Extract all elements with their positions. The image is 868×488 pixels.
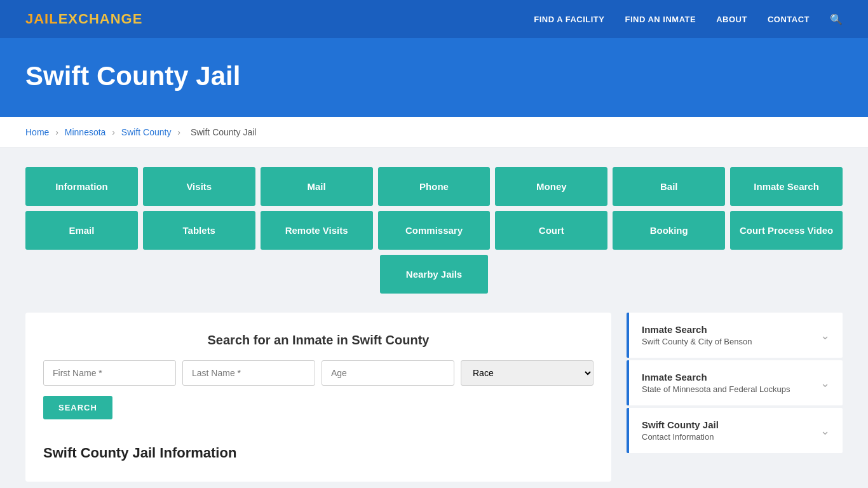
sidebar: Inmate Search Swift County & City of Ben… xyxy=(627,313,843,456)
logo-jail: JAIL xyxy=(25,11,58,27)
btn-visits[interactable]: Visits xyxy=(143,167,255,206)
hero-section: Swift County Jail xyxy=(0,38,868,117)
age-input[interactable] xyxy=(322,360,454,386)
nav-find-inmate[interactable]: FIND AN INMATE xyxy=(625,15,696,24)
nav-about[interactable]: ABOUT xyxy=(716,15,747,24)
button-grid-row3: Nearby Jails xyxy=(25,255,843,294)
two-col-layout: Search for an Inmate in Swift County Rac… xyxy=(25,313,843,482)
sidebar-sub-1: Swift County & City of Benson xyxy=(642,337,752,346)
chevron-down-icon-1: ⌄ xyxy=(820,329,830,342)
sidebar-item-inmate-search-state[interactable]: Inmate Search State of Minnesota and Fed… xyxy=(627,360,843,405)
search-fields: Race White Black Hispanic Asian Other xyxy=(43,360,593,386)
main-content: Information Visits Mail Phone Money Bail… xyxy=(0,148,868,488)
sidebar-item-inmate-search-swift[interactable]: Inmate Search Swift County & City of Ben… xyxy=(627,313,843,358)
btn-booking[interactable]: Booking xyxy=(613,211,725,250)
search-panel: Search for an Inmate in Swift County Rac… xyxy=(25,313,611,482)
sidebar-title-1: Inmate Search xyxy=(642,324,752,335)
breadcrumb-current: Swift County Jail xyxy=(191,127,256,137)
sidebar-item-text-2: Inmate Search State of Minnesota and Fed… xyxy=(642,372,790,394)
btn-court-process-video[interactable]: Court Process Video xyxy=(730,211,843,250)
sidebar-sub-2: State of Minnesota and Federal Lockups xyxy=(642,384,790,394)
breadcrumb-sep-3: › xyxy=(177,127,180,137)
btn-money[interactable]: Money xyxy=(495,167,607,206)
button-grid-row1: Information Visits Mail Phone Money Bail… xyxy=(25,167,843,206)
btn-remote-visits[interactable]: Remote Visits xyxy=(261,211,373,250)
first-name-input[interactable] xyxy=(43,360,176,386)
search-title: Search for an Inmate in Swift County xyxy=(43,333,593,348)
sidebar-item-text-3: Swift County Jail Contact Information xyxy=(642,419,719,442)
breadcrumb-sep-2: › xyxy=(112,127,115,137)
sidebar-title-2: Inmate Search xyxy=(642,372,790,383)
sidebar-item-text-1: Inmate Search Swift County & City of Ben… xyxy=(642,324,752,346)
page-title: Swift County Jail xyxy=(25,61,843,92)
sidebar-title-3: Swift County Jail xyxy=(642,419,719,430)
last-name-input[interactable] xyxy=(182,360,315,386)
btn-phone[interactable]: Phone xyxy=(378,167,491,206)
chevron-down-icon-3: ⌄ xyxy=(820,424,830,438)
breadcrumb-swift-county[interactable]: Swift County xyxy=(121,127,172,137)
site-logo[interactable]: JAILEXCHANGE xyxy=(25,11,142,27)
nav-find-facility[interactable]: FIND A FACILITY xyxy=(534,15,604,24)
btn-commissary[interactable]: Commissary xyxy=(378,211,491,250)
button-grid-row2: Email Tablets Remote Visits Commissary C… xyxy=(25,211,843,250)
btn-tablets[interactable]: Tablets xyxy=(143,211,255,250)
logo-exchange: EXCHANGE xyxy=(58,11,143,27)
nav-contact[interactable]: CONTACT xyxy=(768,15,810,24)
btn-email[interactable]: Email xyxy=(25,211,138,250)
section-title: Swift County Jail Information xyxy=(43,430,593,461)
search-icon[interactable]: 🔍 xyxy=(830,13,843,25)
btn-mail[interactable]: Mail xyxy=(261,167,373,206)
btn-information[interactable]: Information xyxy=(25,167,138,206)
breadcrumb-sep-1: › xyxy=(55,127,58,137)
btn-bail[interactable]: Bail xyxy=(613,167,725,206)
sidebar-sub-3: Contact Information xyxy=(642,432,719,442)
breadcrumb-minnesota[interactable]: Minnesota xyxy=(65,127,106,137)
breadcrumb-home[interactable]: Home xyxy=(25,127,49,137)
btn-nearby-jails[interactable]: Nearby Jails xyxy=(380,255,488,294)
btn-court[interactable]: Court xyxy=(495,211,607,250)
chevron-down-icon-2: ⌄ xyxy=(820,376,830,390)
race-select[interactable]: Race White Black Hispanic Asian Other xyxy=(461,360,593,386)
btn-inmate-search[interactable]: Inmate Search xyxy=(730,167,843,206)
sidebar-item-contact-info[interactable]: Swift County Jail Contact Information ⌄ xyxy=(627,408,843,453)
navbar: JAILEXCHANGE FIND A FACILITY FIND AN INM… xyxy=(0,0,868,38)
breadcrumb: Home › Minnesota › Swift County › Swift … xyxy=(0,117,868,148)
nav-links: FIND A FACILITY FIND AN INMATE ABOUT CON… xyxy=(534,13,843,25)
search-submit-button[interactable]: SEARCH xyxy=(43,396,112,419)
